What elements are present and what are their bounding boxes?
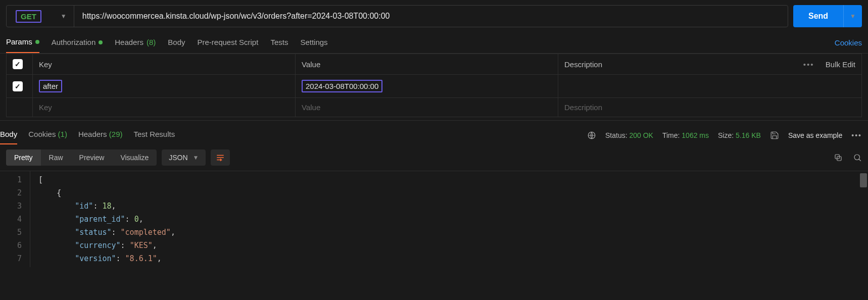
cookies-link[interactable]: Cookies	[835, 38, 862, 47]
param-description-cell[interactable]	[558, 75, 862, 98]
more-options-icon[interactable]: •••	[803, 60, 814, 69]
chevron-down-icon: ▼	[193, 154, 199, 161]
param-key: after	[39, 80, 62, 92]
url-input[interactable]	[74, 12, 788, 21]
resp-tab-body[interactable]: Body	[0, 126, 17, 144]
param-key-input[interactable]: Key	[33, 98, 296, 117]
more-options-icon[interactable]: •••	[851, 131, 862, 139]
status-label: Status:	[605, 131, 628, 139]
table-row: ✓ after 2024-03-08T00:00:00	[7, 75, 862, 98]
wrap-lines-button[interactable]	[211, 149, 230, 166]
bulk-edit-link[interactable]: Bulk Edit	[816, 60, 855, 69]
status-dot-icon	[35, 40, 39, 44]
format-select[interactable]: JSON ▼	[162, 149, 206, 166]
header-key: Key	[33, 54, 296, 75]
tab-label: Headers	[78, 130, 107, 138]
param-key-cell[interactable]: after	[33, 75, 296, 98]
table-row-placeholder: Key Value Description	[7, 98, 862, 117]
params-table: ✓ Key Value Description ••• Bulk Edit ✓	[6, 54, 862, 117]
tab-authorization[interactable]: Authorization	[52, 32, 103, 53]
tab-count: (8)	[147, 38, 156, 46]
send-dropdown-button[interactable]: ▼	[843, 5, 862, 27]
tab-prerequest[interactable]: Pre-request Script	[198, 32, 259, 53]
tab-body[interactable]: Body	[168, 32, 185, 53]
param-value: 2024-03-08T00:00:00	[302, 80, 382, 92]
time-label: Time:	[662, 131, 680, 139]
network-icon[interactable]	[587, 131, 596, 140]
request-tabs: Params Authorization Headers (8) Body Pr…	[6, 32, 328, 53]
response-tabs: Body Cookies (1) Headers (29) Test Resul…	[0, 126, 175, 144]
size-block: Size: 5.16 KB	[718, 131, 761, 139]
tab-count: (1)	[58, 130, 67, 138]
chevron-down-icon: ▼	[61, 13, 67, 20]
line-number-gutter: 1234567	[0, 171, 30, 267]
time-value: 1062 ms	[682, 131, 709, 139]
tab-label: Authorization	[52, 38, 96, 46]
param-value-input[interactable]: Value	[296, 98, 558, 117]
time-block: Time: 1062 ms	[662, 131, 709, 139]
tab-headers[interactable]: Headers (8)	[115, 32, 156, 53]
param-value-cell[interactable]: 2024-03-08T00:00:00	[296, 75, 558, 98]
response-body-code: 1234567 [ { "id": 18, "parent_id": 0, "s…	[0, 171, 868, 267]
send-button[interactable]: Send	[793, 5, 843, 27]
param-description-input[interactable]: Description	[558, 98, 862, 117]
status-value: 200 OK	[629, 131, 653, 139]
svg-point-5	[854, 155, 860, 160]
view-preview[interactable]: Preview	[71, 149, 113, 166]
tab-label: Headers	[115, 38, 143, 46]
checkbox-all[interactable]: ✓	[13, 59, 23, 69]
chevron-down-icon: ▼	[850, 13, 856, 20]
response-meta: Status: 200 OK Time: 1062 ms Size: 5.16 …	[587, 131, 862, 140]
request-bar: GET ▼	[6, 5, 788, 27]
search-icon[interactable]	[853, 153, 862, 162]
copy-icon[interactable]	[834, 153, 843, 162]
http-method-select[interactable]: GET ▼	[7, 6, 74, 27]
view-raw[interactable]: Raw	[41, 149, 71, 166]
tab-params[interactable]: Params	[6, 32, 39, 53]
status-dot-icon	[99, 40, 103, 44]
header-description-label: Description	[564, 60, 602, 69]
resp-tab-headers[interactable]: Headers (29)	[78, 126, 123, 144]
code-content[interactable]: [ { "id": 18, "parent_id": 0, "status": …	[30, 171, 175, 267]
resp-tab-test-results[interactable]: Test Results	[133, 126, 175, 144]
http-method-badge: GET	[16, 10, 41, 23]
save-icon[interactable]	[770, 131, 779, 140]
tab-settings[interactable]: Settings	[300, 32, 327, 53]
size-value: 5.16 KB	[736, 131, 761, 139]
tab-label: Params	[6, 37, 32, 46]
scrollbar-thumb[interactable]	[860, 173, 867, 187]
view-visualize[interactable]: Visualize	[112, 149, 157, 166]
send-button-group: Send ▼	[793, 5, 862, 27]
svg-line-6	[859, 159, 861, 161]
tab-tests[interactable]: Tests	[270, 32, 288, 53]
tab-count: (29)	[109, 130, 123, 138]
header-description: Description ••• Bulk Edit	[558, 54, 862, 75]
view-pretty[interactable]: Pretty	[6, 149, 41, 166]
row-checkbox[interactable]: ✓	[13, 81, 23, 91]
view-mode-tabs: Pretty Raw Preview Visualize	[6, 149, 157, 166]
status-block: Status: 200 OK	[605, 131, 653, 139]
size-label: Size:	[718, 131, 734, 139]
header-value: Value	[296, 54, 558, 75]
header-checkbox-cell: ✓	[7, 54, 33, 75]
format-label: JSON	[169, 154, 187, 162]
save-as-example-link[interactable]: Save as example	[788, 131, 842, 139]
tab-label: Cookies	[28, 130, 56, 138]
resp-tab-cookies[interactable]: Cookies (1)	[28, 126, 67, 144]
